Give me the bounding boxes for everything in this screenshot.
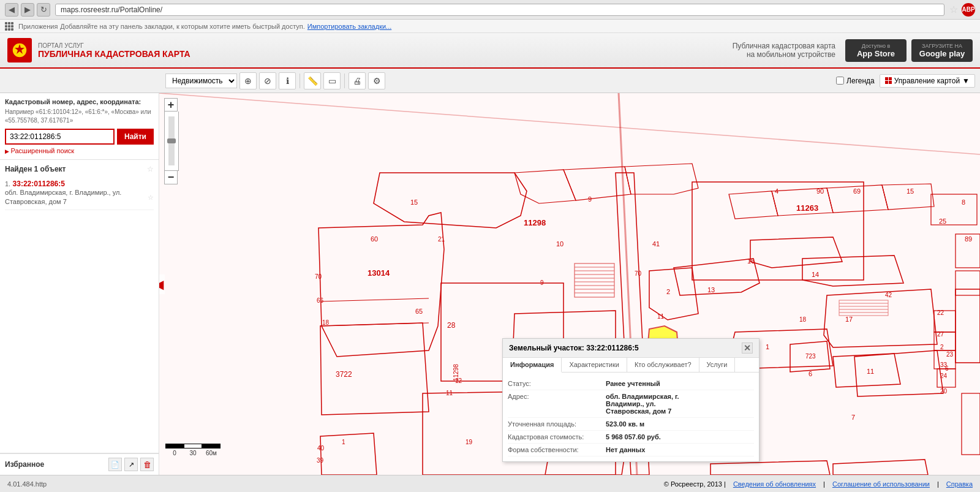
svg-text:42: 42 [885,292,892,298]
svg-text:60: 60 [371,235,378,243]
info-row-address: Адрес: обл. Владимирская, г.Владимир., у… [508,390,754,418]
svg-text:2: 2 [940,344,944,350]
print-button[interactable]: 🖨 [349,72,366,89]
bookmark-icon[interactable]: ☆ [949,4,958,15]
zoom-thumb[interactable] [167,138,176,143]
updates-link[interactable]: Сведения об обновлениях [733,480,816,488]
svg-text:25: 25 [939,218,946,225]
favorites-actions: 📄 ↗ 🗑 [108,458,154,471]
popup-body: Статус: Ранее учтенный Адрес: обл. Влади… [503,373,759,461]
browser-actions: ☆ ABP [949,3,975,17]
ruler-button[interactable]: 📏 [304,72,321,89]
svg-text:18: 18 [322,319,330,326]
favorites-add-button[interactable]: 📄 [108,458,122,471]
info-button[interactable]: ℹ [279,72,296,89]
svg-text:21: 21 [438,236,445,243]
browser-nav: ◀ ▶ ↻ [5,3,50,17]
svg-text:10: 10 [556,240,564,248]
popup-tab-characteristics[interactable]: Характеристики [562,358,627,372]
bookmarks-bar: Приложения Добавляйте на эту панель закл… [0,20,980,33]
appstore-label: Доступно в [862,43,891,49]
zoom-controls: + − [164,98,179,184]
scale-label-60: 60м [202,450,221,456]
svg-text:15: 15 [907,187,914,195]
apps-icon[interactable] [5,22,13,31]
googleplay-badge[interactable]: ЗАГРУЗИТЕ НА Google play [911,39,973,62]
svg-text:66: 66 [317,297,324,304]
legend-checkbox-label[interactable]: Легенда [836,77,875,85]
googleplay-name: Google play [919,49,965,58]
svg-text:1: 1 [766,343,769,350]
zoom-slider[interactable] [164,112,179,171]
bookmarks-hint: Добавляйте на эту панель закладки, к кот… [60,23,304,30]
svg-text:70: 70 [635,270,642,277]
site-title-block: ПОРТАЛ УСЛУГ ПУБЛИЧНАЯ КАДАСТРОВАЯ КАРТА [38,42,190,59]
svg-text:28: 28 [447,321,456,330]
appstore-badge[interactable]: Доступно в App Store [845,39,907,62]
svg-text:23: 23 [946,351,954,358]
search-hint: Например «61:6:10104:12», «61:6:*», «Мос… [5,108,154,125]
info-value-address: обл. Владимирская, г.Владимир., ул.Ставр… [606,393,679,415]
identify-button[interactable]: ⊕ [239,72,257,89]
result-item: 1. 33:22:011286:5 обл. Владимирская, г. … [5,177,154,210]
forward-button[interactable]: ▶ [21,3,34,17]
main-layout: Кадастровый номер, адрес, координата: На… [0,93,980,475]
search-button[interactable]: Найти [117,129,154,145]
results-star-icon[interactable]: ☆ [147,165,154,173]
zoom-in-button[interactable]: + [164,98,178,112]
info-value-ownership: Нет данных [606,446,645,453]
site-subtitle: ПОРТАЛ УСЛУГ [38,42,190,49]
svg-text:11: 11 [657,313,665,320]
agreement-link[interactable]: Соглашение об использовании [832,480,930,488]
status-sep-1: | [823,480,825,488]
popup-close-button[interactable]: ✕ [742,343,753,354]
left-panel: Кадастровый номер, адрес, координата: На… [0,93,159,475]
result-number: 1. [5,180,10,187]
map-area[interactable]: 11263 11298 13014 11286 11196 11194 3722… [159,93,980,475]
settings-button[interactable]: ⚙ [368,72,385,89]
svg-text:1: 1 [342,439,345,445]
svg-text:6: 6 [945,365,949,372]
favorites-export-button[interactable]: ↗ [124,458,138,471]
manage-map-button[interactable]: Управление картой ▼ [880,74,975,88]
popup-tab-info[interactable]: Информация [503,358,562,373]
favorites-delete-button[interactable]: 🗑 [140,458,154,471]
svg-text:9: 9 [588,195,592,203]
measure-button[interactable]: ⊘ [259,72,276,89]
scale-seg-1 [165,444,184,448]
property-type-select[interactable]: Недвижимость [165,74,237,88]
results-header: Найден 1 объект ☆ [5,165,154,173]
zoom-out-button[interactable]: − [164,171,178,184]
status-right: © Росреестр, 2013 | Сведения об обновлен… [664,480,973,488]
svg-text:16: 16 [747,257,755,265]
info-row-area: Уточненная площадь: 523.00 кв. м [508,418,754,431]
status-sep-2: | [937,480,939,488]
pan-left-arrow[interactable]: ◀ [159,274,165,294]
popup-tab-services[interactable]: Услуги [699,358,736,372]
legend-checkbox[interactable] [836,77,844,85]
address-bar[interactable] [55,4,944,16]
scale-label-0: 0 [165,450,184,456]
info-row-ownership: Форма собственности: Нет данных [508,444,754,456]
appstore-name: App Store [857,49,895,58]
advanced-search-link[interactable]: Расширенный поиск [5,147,154,154]
favorites-label: Избранное [5,460,44,469]
result-link[interactable]: 33:22:011286:5 [13,180,65,188]
import-bookmarks-link[interactable]: Импортировать закладки... [307,23,391,30]
area-button[interactable]: ▭ [323,72,341,89]
reload-button[interactable]: ↻ [37,3,50,17]
help-link[interactable]: Справка [946,480,973,488]
header-right: Публичная кадастровая картана мобильном … [733,39,973,62]
popup-tab-service[interactable]: Кто обслуживает? [627,358,699,372]
result-star-icon[interactable]: ☆ [148,194,154,202]
svg-text:70: 70 [315,273,322,280]
manage-grid-icon [885,77,892,84]
manage-chevron-icon: ▼ [962,77,970,85]
apps-label: Приложения [18,23,58,30]
svg-text:15: 15 [410,199,418,206]
svg-text:41: 41 [652,240,660,248]
info-label-status: Статус: [508,380,606,387]
svg-text:17: 17 [845,316,853,323]
back-button[interactable]: ◀ [5,3,18,17]
search-input[interactable] [5,129,115,145]
